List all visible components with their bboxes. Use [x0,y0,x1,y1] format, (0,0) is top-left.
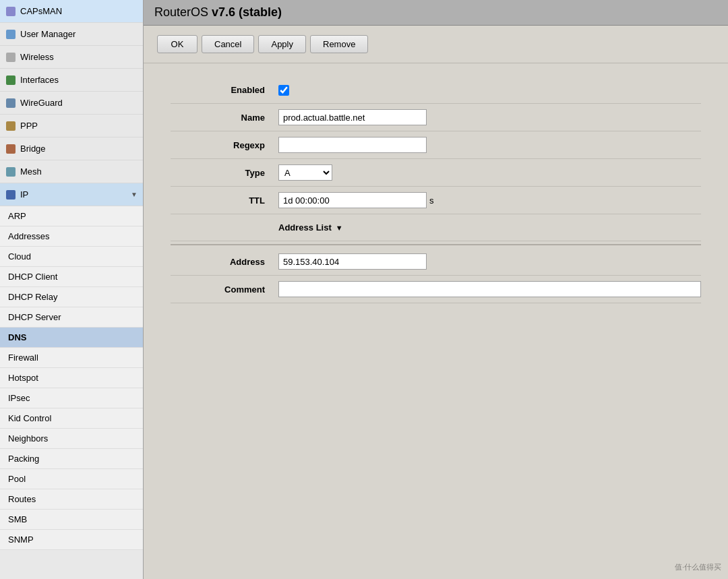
sidebar-item-snmp[interactable]: SNMP [0,530,143,550]
enabled-row: Enabled [171,77,701,104]
address-row: Address [171,248,701,276]
sidebar-item-ppp[interactable]: PPP [0,115,143,138]
main-content: RouterOS v7.6 (stable) OK Cancel Apply R… [144,0,728,579]
svg-rect-2 [6,53,16,62]
address-input[interactable] [278,253,427,270]
sidebar-label-dhcp-client: DHCP Client [8,272,57,282]
sidebar-item-kid-control[interactable]: Kid Control [0,408,143,429]
address-list-row: Address List ▼ [171,214,701,241]
sidebar-label-wireless: Wireless [20,52,54,62]
sidebar-item-neighbors[interactable]: Neighbors [0,429,143,449]
remove-button[interactable]: Remove [310,35,368,53]
sidebar-item-ipsec[interactable]: IPsec [0,388,143,408]
sidebar-item-pool[interactable]: Pool [0,469,143,489]
sidebar-item-addresses[interactable]: Addresses [0,226,143,247]
type-select[interactable]: A AAAA CNAME MX NS TXT [278,164,332,181]
sidebar-label-hotspot: Hotspot [8,373,38,383]
ip-icon [5,189,16,200]
regexp-label: Regexp [171,140,278,150]
sidebar-label-addresses: Addresses [8,231,49,241]
svg-rect-4 [6,98,16,108]
ttl-unit: s [429,195,434,206]
apply-button[interactable]: Apply [258,35,306,53]
regexp-input[interactable] [278,137,427,153]
sidebar-label-dns: DNS [8,332,26,342]
svg-rect-6 [6,144,16,154]
type-label: Type [171,168,278,178]
sidebar-label-neighbors: Neighbors [8,433,48,444]
ttl-input[interactable] [278,192,427,208]
sidebar-item-bridge[interactable]: Bridge [0,138,143,160]
type-row: Type A AAAA CNAME MX NS TXT [171,159,701,187]
svg-rect-3 [6,75,16,85]
sidebar-item-capsman[interactable]: CAPsMAN [0,0,143,23]
enabled-label: Enabled [171,85,278,95]
toolbar: OK Cancel Apply Remove [144,26,728,63]
sidebar-label-mesh: Mesh [20,166,42,177]
comment-label: Comment [171,284,278,295]
sidebar-item-dhcp-server[interactable]: DHCP Server [0,307,143,328]
capsman-icon [5,6,16,17]
sidebar-item-smb[interactable]: SMB [0,510,143,530]
comment-input[interactable] [278,281,701,297]
sidebar-item-cloud[interactable]: Cloud [0,247,143,267]
user-manager-icon [5,29,16,40]
sidebar-label-packing: Packing [8,454,39,464]
sidebar-item-hotspot[interactable]: Hotspot [0,368,143,388]
address-list-label: Address List [278,222,332,233]
form-area: Enabled Name Regexp Type A AAAA CNAME [144,63,728,317]
app-title: RouterOS [154,5,208,19]
sidebar-item-packing[interactable]: Packing [0,449,143,469]
address-list-arrow-icon[interactable]: ▼ [336,224,343,232]
ppp-icon [5,121,16,131]
sidebar-label-kid-control: Kid Control [8,413,51,423]
sidebar-label-dhcp-relay: DHCP Relay [8,292,57,302]
sidebar-arrow-ip: ▼ [131,191,138,198]
name-row: Name [171,104,701,131]
ttl-row: TTL s [171,187,701,214]
sidebar-item-wireless[interactable]: Wireless [0,46,143,69]
sidebar-label-user-manager: User Manager [20,29,75,39]
sidebar-item-dns[interactable]: DNS [0,328,143,348]
sidebar-item-arp[interactable]: ARP [0,206,143,226]
sidebar-label-wireguard: WireGuard [20,98,63,108]
sidebar-label-snmp: SNMP [8,535,34,545]
sidebar-item-firewall[interactable]: Firewall [0,348,143,368]
name-input[interactable] [278,109,427,125]
sidebar-label-arp: ARP [8,211,26,221]
ok-button[interactable]: OK [157,35,198,53]
sidebar-item-wireguard[interactable]: WireGuard [0,92,143,115]
sidebar-label-cloud: Cloud [8,251,31,262]
app-version: v7.6 (stable) [212,5,282,19]
sidebar-item-user-manager[interactable]: User Manager [0,23,143,46]
sidebar-label-bridge: Bridge [20,144,46,154]
sidebar-item-dhcp-relay[interactable]: DHCP Relay [0,287,143,307]
enabled-checkbox[interactable] [278,85,289,96]
sidebar-label-dhcp-server: DHCP Server [8,312,61,322]
name-label: Name [171,113,278,123]
svg-rect-7 [6,167,16,177]
sidebar-item-routes[interactable]: Routes [0,489,143,510]
mesh-icon [5,166,16,177]
sidebar-item-interfaces[interactable]: Interfaces [0,69,143,92]
cancel-button[interactable]: Cancel [202,35,254,53]
sidebar: CAPsMANUser ManagerWirelessInterfacesWir… [0,0,144,579]
sidebar-item-ip[interactable]: IP▼ [0,183,143,206]
sidebar-label-ipsec: IPsec [8,393,30,403]
ttl-label: TTL [171,195,278,206]
sidebar-item-dhcp-client[interactable]: DHCP Client [0,267,143,287]
interfaces-icon [5,75,16,86]
content-area: OK Cancel Apply Remove Enabled Name Rege… [144,26,728,579]
sidebar-label-interfaces: Interfaces [20,75,59,85]
svg-rect-5 [6,121,16,131]
address-label: Address [171,257,278,267]
comment-row: Comment [171,276,701,303]
sidebar-item-mesh[interactable]: Mesh [0,160,143,183]
sidebar-label-ip: IP [20,189,28,200]
sidebar-label-pool: Pool [8,474,26,484]
wireguard-icon [5,98,16,109]
bridge-icon [5,144,16,154]
svg-rect-0 [6,7,16,16]
sidebar-label-smb: SMB [8,514,27,524]
sidebar-label-capsman: CAPsMAN [20,6,62,16]
